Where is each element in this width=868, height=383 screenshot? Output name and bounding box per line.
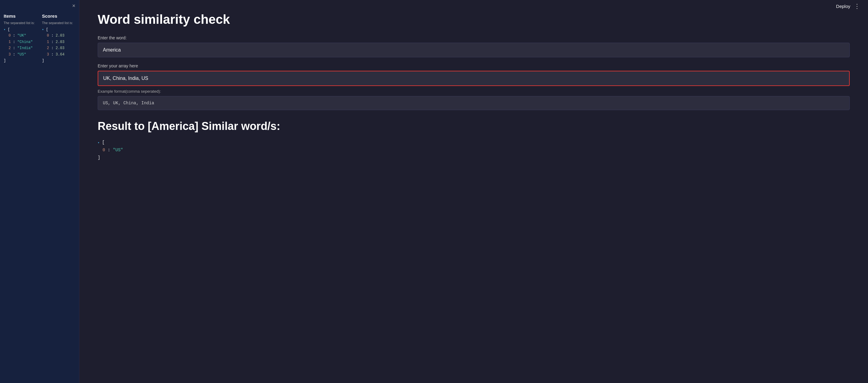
score-value-2: 2.03: [56, 46, 64, 50]
scores-list: 0 : 2.03 1 : 2.03 2 : 2.03: [42, 33, 76, 58]
close-button[interactable]: ×: [72, 3, 75, 8]
score-row-3: 3 : 3.64: [47, 51, 76, 58]
result-row-0: 0 : "US": [102, 146, 850, 154]
word-label: Enter the word:: [98, 35, 850, 40]
sidebar: × Items The separated list is: ▾ [ 0 : "…: [0, 0, 79, 383]
result-arrow: ▾: [98, 141, 99, 144]
scores-header: Scores: [42, 13, 76, 19]
score-row-1: 1 : 2.03: [47, 39, 76, 45]
result-index-0: 0: [102, 148, 105, 152]
more-options-button[interactable]: ⋮: [854, 2, 861, 10]
items-list: 0 : "UK" 1 : "China" 2 : "India": [4, 33, 37, 58]
scores-column: Scores The separated list is: ▾ [ 0 : 2.…: [42, 13, 76, 64]
score-index-2: 2: [47, 46, 49, 50]
result-open-bracket: [: [102, 140, 104, 145]
score-index-3: 3: [47, 53, 49, 57]
score-index-1: 1: [47, 40, 49, 44]
item-value-2: "India": [18, 46, 33, 50]
array-input[interactable]: [98, 71, 850, 86]
result-close-bracket: ]: [98, 155, 100, 160]
page-title: Word similarity check: [98, 12, 850, 27]
scores-close-bracket: ]: [42, 59, 44, 63]
score-row-2: 2 : 2.03: [47, 45, 76, 51]
item-row-0: 0 : "UK": [8, 33, 37, 39]
items-column: Items The separated list is: ▾ [ 0 : "UK…: [4, 13, 37, 64]
result-tree: ▾ [ 0 : "US" ]: [98, 139, 850, 162]
item-value-3: "US": [18, 53, 26, 57]
items-tree: ▾ [ 0 : "UK" 1 : "China" 2: [4, 27, 37, 64]
result-list: 0 : "US": [98, 146, 850, 154]
items-arrow: ▾: [4, 28, 5, 31]
scores-tree: ▾ [ 0 : 2.03 1 : 2.03 2 :: [42, 27, 76, 64]
score-index-0: 0: [47, 34, 49, 38]
result-value-0: "US": [113, 148, 123, 152]
scores-arrow: ▾: [42, 28, 44, 31]
scores-subtext: The separated list is:: [42, 21, 76, 25]
topbar: Deploy ⋮: [829, 0, 868, 12]
main-content: Word similarity check Enter the word: En…: [79, 0, 868, 383]
item-row-1: 1 : "China": [8, 39, 37, 45]
items-close-bracket: ]: [4, 59, 6, 63]
item-value-1: "China": [18, 40, 33, 44]
result-title: Result to [America] Similar word/s:: [98, 120, 850, 133]
item-index-2: 2: [8, 46, 11, 50]
example-label: Example format(comma seperated):: [98, 89, 850, 94]
word-input[interactable]: [98, 43, 850, 57]
items-open-bracket: [: [8, 28, 10, 32]
score-value-0: 2.03: [56, 34, 64, 38]
item-value-0: "UK": [18, 34, 26, 38]
example-box: US, UK, China, India: [98, 96, 850, 110]
item-row-3: 3 : "US": [8, 51, 37, 58]
item-index-3: 3: [8, 53, 11, 57]
score-row-0: 0 : 2.03: [47, 33, 76, 39]
item-index-1: 1: [8, 40, 11, 44]
deploy-button[interactable]: Deploy: [836, 4, 850, 9]
item-row-2: 2 : "India": [8, 45, 37, 51]
array-label: Enter your array here: [98, 63, 850, 68]
items-header: Items: [4, 13, 37, 19]
score-value-1: 2.03: [56, 40, 64, 44]
items-subtext: The separated list is:: [4, 21, 37, 25]
item-index-0: 0: [8, 34, 11, 38]
sidebar-columns: Items The separated list is: ▾ [ 0 : "UK…: [4, 13, 75, 64]
scores-open-bracket: [: [46, 28, 48, 32]
score-value-3: 3.64: [56, 53, 64, 57]
